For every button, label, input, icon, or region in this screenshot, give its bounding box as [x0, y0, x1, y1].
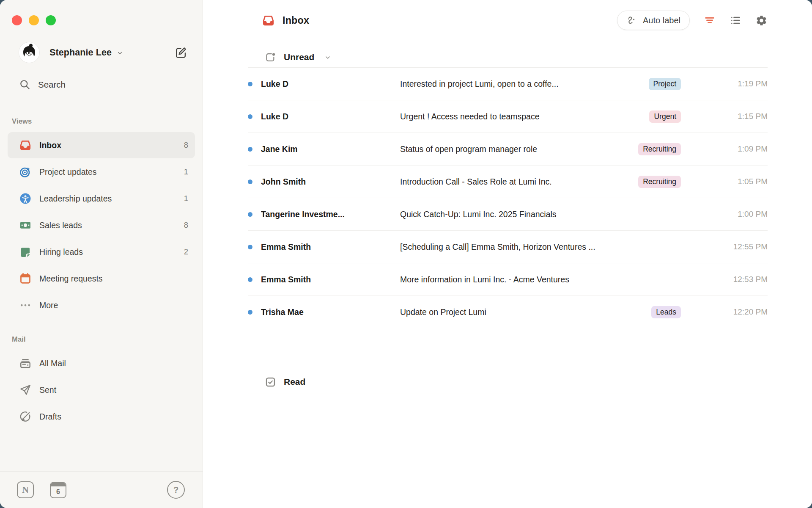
main-header: Inbox Auto label	[248, 0, 768, 41]
filter-icon[interactable]	[704, 14, 716, 26]
calendar-app-icon[interactable]: 6	[50, 482, 66, 498]
email-time: 1:19 PM	[681, 79, 768, 88]
sidebar-item-project-updates[interactable]: Project updates1	[8, 159, 195, 185]
unread-section-header[interactable]: Unread	[265, 47, 331, 67]
send-icon	[19, 384, 32, 396]
sidebar-section-views: ViewsInbox8Project updates1Leadership up…	[0, 117, 203, 318]
sidebar-item-leadership-updates[interactable]: Leadership updates1	[8, 185, 195, 212]
auto-label-label: Auto label	[643, 16, 680, 25]
account-switcher: Stephanie Lee	[19, 42, 187, 63]
label-badge-project: Project	[649, 78, 681, 90]
sidebar-item-label: Project updates	[39, 167, 176, 177]
all-mail-icon	[19, 357, 32, 370]
compose-button[interactable]	[174, 46, 187, 59]
email-subject: More information in Lumi Inc. - Acme Ven…	[400, 275, 681, 284]
label-badge-recruiting: Recruiting	[638, 143, 681, 155]
email-subject: Update on Project Lumi	[400, 307, 651, 317]
email-sender: Jane Kim	[261, 144, 400, 154]
email-subject: Quick Catch-Up: Lumi Inc. 2025 Financial…	[400, 210, 681, 219]
note-icon	[19, 246, 32, 258]
fullscreen-window-button[interactable]	[46, 15, 56, 25]
email-time: 1:15 PM	[681, 112, 768, 121]
label-badge-leads: Leads	[651, 306, 681, 318]
sidebar-item-all-mail[interactable]: All Mail	[8, 350, 195, 376]
sidebar-footer: N 6 ?	[0, 471, 203, 508]
search-button[interactable]: Search	[19, 79, 203, 90]
header-actions: Auto label	[617, 11, 768, 30]
main-panel: Inbox Auto label	[203, 0, 812, 508]
sidebar-item-inbox[interactable]: Inbox8	[8, 132, 195, 158]
unread-dot	[248, 212, 252, 217]
search-label: Search	[38, 80, 66, 90]
email-sender: Luke D	[261, 112, 400, 121]
email-row[interactable]: Luke DUrgent ! Access needed to teamspac…	[248, 100, 768, 133]
unread-dot	[248, 310, 252, 315]
email-row[interactable]: John SmithIntroduction Call - Sales Role…	[248, 166, 768, 198]
email-row[interactable]: Jane KimStatus of open program manager r…	[248, 133, 768, 166]
email-subject: [Scheduling a Call] Emma Smith, Horizon …	[400, 242, 681, 252]
page-title: Inbox	[283, 15, 309, 26]
sidebar-item-label: Inbox	[39, 141, 176, 150]
sidebar: Stephanie Lee Search ViewsInbox8Project …	[0, 0, 203, 508]
email-time: 12:55 PM	[681, 242, 768, 251]
notion-logo[interactable]: N	[17, 481, 34, 498]
email-sender: Luke D	[261, 79, 400, 89]
sidebar-item-label: Leadership updates	[39, 194, 176, 204]
help-button[interactable]: ?	[167, 481, 185, 499]
sidebar-item-hiring-leads[interactable]: Hiring leads2	[8, 239, 195, 265]
view-title-group: Inbox	[262, 14, 309, 27]
drafts-icon	[19, 410, 32, 423]
sidebar-item-label: Sent	[39, 385, 188, 395]
checkbox-checked-icon	[265, 376, 276, 388]
minimize-window-button[interactable]	[29, 15, 39, 25]
target-icon	[19, 166, 32, 178]
email-subject: Interested in project Lumi, open to a co…	[400, 79, 649, 89]
sidebar-item-count: 1	[184, 194, 188, 203]
unread-dot	[248, 82, 252, 86]
email-row[interactable]: Emma SmithMore information in Lumi Inc. …	[248, 263, 768, 296]
avatar[interactable]	[19, 42, 39, 63]
email-time: 1:00 PM	[681, 210, 768, 219]
close-window-button[interactable]	[12, 15, 22, 25]
sidebar-section-label: Mail	[0, 335, 203, 343]
unread-dot	[248, 114, 252, 119]
email-subject: Status of open program manager role	[400, 144, 638, 154]
email-row[interactable]: Tangerine Investme...Quick Catch-Up: Lum…	[248, 198, 768, 231]
sidebar-item-drafts[interactable]: Drafts	[8, 403, 195, 430]
email-sender: Tangerine Investme...	[261, 210, 400, 219]
email-sender: Trisha Mae	[261, 307, 400, 317]
email-row[interactable]: Emma Smith[Scheduling a Call] Emma Smith…	[248, 231, 768, 263]
chevron-down-icon	[117, 50, 123, 56]
unread-section-label: Unread	[284, 52, 314, 62]
sidebar-item-meeting-requests[interactable]: Meeting requests	[8, 265, 195, 292]
chevron-down-icon	[324, 54, 331, 61]
auto-label-button[interactable]: Auto label	[617, 11, 690, 30]
user-name[interactable]: Stephanie Lee	[49, 47, 112, 58]
sidebar-item-count: 2	[184, 247, 188, 257]
sidebar-item-sent[interactable]: Sent	[8, 377, 195, 403]
unread-dot	[248, 147, 252, 152]
calendar-app-icon-header	[51, 483, 66, 486]
sidebar-item-more[interactable]: More	[8, 292, 195, 318]
sidebar-sections: ViewsInbox8Project updates1Leadership up…	[0, 117, 203, 447]
unread-dot	[248, 277, 252, 282]
window-controls	[0, 0, 203, 25]
dots-icon	[19, 299, 32, 312]
list-view-icon[interactable]	[730, 14, 741, 26]
settings-gear-icon[interactable]	[755, 14, 768, 27]
email-time: 1:09 PM	[681, 144, 768, 154]
sidebar-item-sales-leads[interactable]: Sales leads8	[8, 212, 195, 238]
email-sender: Emma Smith	[261, 275, 400, 284]
email-row[interactable]: Trisha MaeUpdate on Project LumiLeads12:…	[248, 296, 768, 328]
email-time: 12:20 PM	[681, 307, 768, 317]
email-sender: Emma Smith	[261, 242, 400, 252]
email-subject: Introduction Call - Sales Role at Lumi I…	[400, 177, 638, 187]
read-section-header[interactable]: Read	[265, 372, 305, 392]
search-icon	[19, 79, 30, 90]
email-row[interactable]: Luke DInterested in project Lumi, open t…	[248, 68, 768, 100]
list-divider	[248, 394, 768, 394]
label-badge-urgent: Urgent	[649, 110, 681, 123]
auto-label-icon	[626, 15, 638, 26]
calendar-icon	[19, 272, 32, 285]
inbox-icon	[262, 14, 275, 27]
